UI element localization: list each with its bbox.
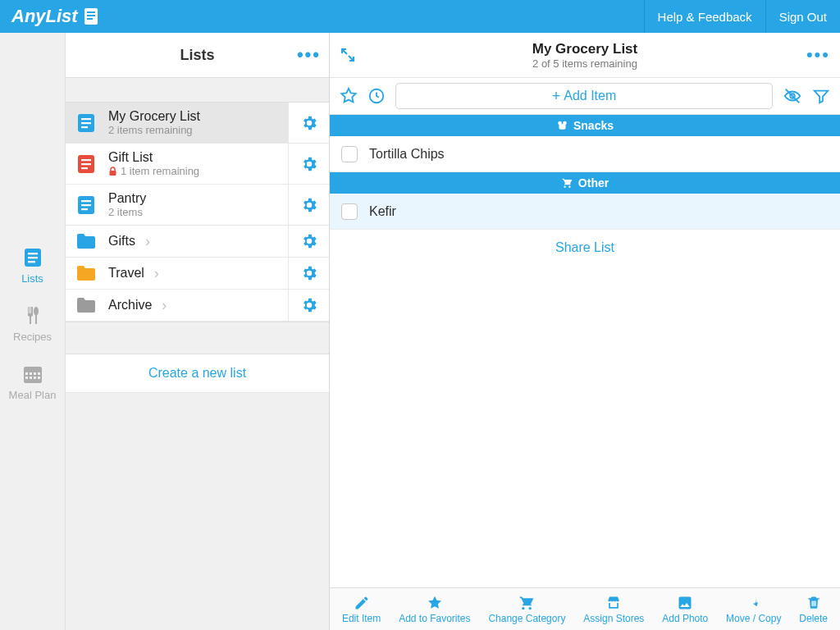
- list-name: Archive: [108, 298, 152, 313]
- gear-icon: [300, 296, 318, 314]
- list-open[interactable]: Travel›: [66, 258, 288, 289]
- rail-mealplan[interactable]: Meal Plan: [9, 363, 57, 401]
- svg-rect-6: [28, 257, 38, 258]
- svg-rect-24: [81, 163, 91, 165]
- category-header[interactable]: Snacks: [330, 115, 840, 136]
- svg-rect-12: [34, 372, 36, 375]
- item-checkbox[interactable]: [341, 146, 358, 162]
- rail-lists[interactable]: Lists: [21, 246, 44, 285]
- add-item-placeholder: Add Item: [564, 89, 616, 103]
- sign-out-button[interactable]: Sign Out: [765, 0, 840, 33]
- list-open[interactable]: Gifts›: [66, 226, 288, 257]
- list-name: Gift List: [108, 150, 199, 165]
- item-row[interactable]: Tortilla Chips: [330, 136, 840, 172]
- hide-crossed-icon[interactable]: [783, 87, 802, 105]
- action-delete[interactable]: Delete: [799, 595, 828, 624]
- lists-column: Lists ••• My Grocery List2 items remaini…: [66, 33, 330, 630]
- svg-rect-26: [110, 171, 116, 176]
- list-row: My Grocery List2 items remaining: [66, 103, 329, 144]
- svg-rect-25: [81, 167, 88, 169]
- item-checkbox[interactable]: [341, 203, 358, 220]
- rail-recipes[interactable]: Recipes: [13, 304, 52, 343]
- list-open[interactable]: My Grocery List2 items remaining: [66, 103, 288, 143]
- filter-icon[interactable]: [812, 87, 830, 105]
- gear-icon: [300, 155, 318, 173]
- list-icon: [74, 194, 98, 216]
- list-settings-button[interactable]: [288, 258, 329, 289]
- add-item-input[interactable]: + Add Item: [395, 83, 773, 109]
- list-settings-button[interactable]: [288, 290, 329, 321]
- category-name: Other: [578, 176, 609, 189]
- list-settings-button[interactable]: [288, 103, 329, 143]
- list-open[interactable]: Gift List1 item remaining: [66, 144, 288, 184]
- action-edit-label: Edit Item: [342, 613, 381, 624]
- action-edit-item[interactable]: Edit Item: [342, 595, 381, 624]
- svg-rect-2: [87, 15, 95, 16]
- svg-rect-16: [34, 377, 36, 379]
- add-bar: + Add Item: [330, 78, 840, 115]
- list-name: Pantry: [108, 191, 146, 206]
- folder-icon: [74, 232, 98, 250]
- brand-text: AnyList: [11, 6, 78, 27]
- lists-title: Lists: [180, 47, 214, 64]
- list-name: My Grocery List: [108, 109, 200, 124]
- list-settings-button[interactable]: [288, 226, 329, 257]
- rail-lists-label: Lists: [21, 272, 43, 285]
- create-new-list-button[interactable]: Create a new list: [66, 354, 329, 393]
- list-sub: 1 item remaining: [108, 165, 199, 177]
- gear-icon: [300, 114, 318, 132]
- brand: AnyList: [0, 0, 111, 33]
- share-list-button[interactable]: Share List: [330, 230, 840, 266]
- svg-rect-11: [30, 372, 32, 375]
- item-name: Tortilla Chips: [369, 147, 445, 162]
- gear-icon: [300, 196, 318, 214]
- list-icon: [74, 112, 98, 134]
- brand-logo-icon: [83, 7, 99, 25]
- svg-rect-13: [38, 372, 40, 375]
- list-icon: [74, 153, 98, 175]
- detail-header: My Grocery List 2 of 5 items remaining •…: [330, 33, 840, 78]
- list-settings-button[interactable]: [288, 144, 329, 184]
- action-add-favorites[interactable]: Add to Favorites: [399, 595, 470, 624]
- list-name: Travel: [108, 266, 144, 281]
- action-add-photo[interactable]: Add Photo: [662, 595, 708, 624]
- rail-recipes-label: Recipes: [13, 331, 52, 343]
- help-feedback-button[interactable]: Help & Feedback: [644, 0, 765, 33]
- svg-rect-36: [559, 124, 565, 129]
- svg-rect-38: [811, 600, 812, 606]
- lists-more-icon[interactable]: •••: [297, 44, 321, 66]
- chevron-right-icon: ›: [162, 297, 171, 314]
- svg-rect-20: [81, 122, 91, 124]
- lists-header: Lists •••: [66, 33, 329, 78]
- list-open[interactable]: Pantry2 items: [66, 185, 288, 225]
- category-header[interactable]: Other: [330, 172, 840, 194]
- expand-icon[interactable]: [340, 47, 356, 63]
- action-stores-label: Assign Stores: [583, 613, 644, 624]
- action-category-label: Change Category: [488, 613, 565, 624]
- recents-clock-icon[interactable]: [368, 87, 386, 105]
- svg-rect-3: [87, 18, 93, 20]
- list-row: Pantry2 items: [66, 185, 329, 226]
- list-settings-button[interactable]: [288, 185, 329, 225]
- item-action-bar: Edit Item Add to Favorites Change Catego…: [330, 587, 840, 630]
- detail-title: My Grocery List: [330, 41, 840, 57]
- folder-icon: [74, 296, 98, 314]
- action-change-category[interactable]: Change Category: [488, 595, 565, 624]
- svg-rect-14: [25, 377, 28, 379]
- list-open[interactable]: Archive›: [66, 290, 288, 321]
- favorites-star-icon[interactable]: [340, 87, 358, 105]
- category-name: Snacks: [573, 119, 614, 132]
- action-move-copy[interactable]: Move / Copy: [726, 595, 781, 624]
- svg-rect-19: [81, 118, 91, 120]
- detail-more-icon[interactable]: •••: [806, 44, 830, 66]
- action-delete-label: Delete: [799, 613, 828, 624]
- svg-rect-30: [81, 208, 88, 210]
- item-row[interactable]: Kefir: [330, 194, 840, 230]
- list-sub: 2 items remaining: [108, 124, 200, 136]
- chevron-right-icon: ›: [154, 265, 164, 282]
- svg-rect-39: [813, 600, 814, 606]
- category-icon: [556, 120, 568, 131]
- meal-plan-icon: [21, 363, 44, 386]
- svg-rect-5: [28, 253, 38, 254]
- action-assign-stores[interactable]: Assign Stores: [583, 595, 644, 624]
